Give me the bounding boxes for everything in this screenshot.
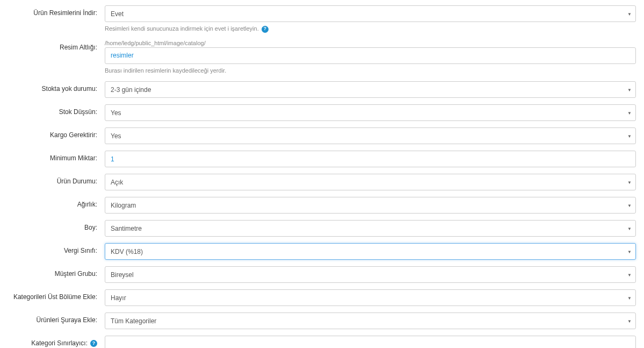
help-icon[interactable]: ?: [90, 340, 97, 347]
image-subpath-help: Burası indirilen resimlerin kaydedileceğ…: [105, 66, 636, 75]
image-path-display: /home/ledg/public_html/image/catalog/: [105, 40, 636, 46]
minimum-qty-input[interactable]: [105, 151, 636, 167]
requires-shipping-label: Kargo Gerektirir:: [8, 127, 105, 139]
add-products-to-label: Ürünleri Şuraya Ekle:: [8, 313, 105, 324]
subtract-stock-label: Stok Düşsün:: [8, 104, 105, 116]
image-subpath-input[interactable]: [105, 47, 636, 64]
add-products-to-select[interactable]: Tüm Kategoriler: [105, 313, 636, 329]
download-images-help: Resimleri kendi sunucunuza indirmek için…: [105, 24, 636, 33]
requires-shipping-select[interactable]: Yes: [105, 127, 636, 144]
add-categories-top-label: Kategorileri Üst Bölüme Ekle:: [8, 289, 105, 301]
minimum-qty-label: Minimum Miktar:: [8, 151, 105, 162]
product-status-select[interactable]: Açık: [105, 174, 636, 190]
subtract-stock-select[interactable]: Yes: [105, 104, 636, 121]
out-of-stock-select[interactable]: 2-3 gün içinde: [105, 81, 636, 98]
out-of-stock-label: Stokta yok durumu:: [8, 81, 105, 93]
download-images-select[interactable]: Evet: [105, 5, 636, 22]
customer-group-label: Müşteri Grubu:: [8, 266, 105, 278]
category-delimiter-input[interactable]: [105, 336, 636, 348]
image-subpath-label: Resim Altlığı:: [8, 40, 105, 51]
download-images-label: Ürün Resimlerini İndir:: [8, 5, 105, 17]
length-label: Boy:: [8, 220, 105, 231]
weight-label: Ağırlık:: [8, 197, 105, 208]
help-icon[interactable]: ?: [262, 26, 269, 33]
length-select[interactable]: Santimetre: [105, 220, 636, 237]
product-status-label: Ürün Durumu:: [8, 174, 105, 185]
tax-class-select[interactable]: KDV (%18): [105, 243, 636, 260]
category-delimiter-label: Kategori Sınırlayıcı: ?: [8, 336, 105, 347]
add-categories-top-select[interactable]: Hayır: [105, 289, 636, 306]
customer-group-select[interactable]: Bireysel: [105, 266, 636, 283]
weight-select[interactable]: Kilogram: [105, 197, 636, 214]
tax-class-label: Vergi Sınıfı:: [8, 243, 105, 254]
